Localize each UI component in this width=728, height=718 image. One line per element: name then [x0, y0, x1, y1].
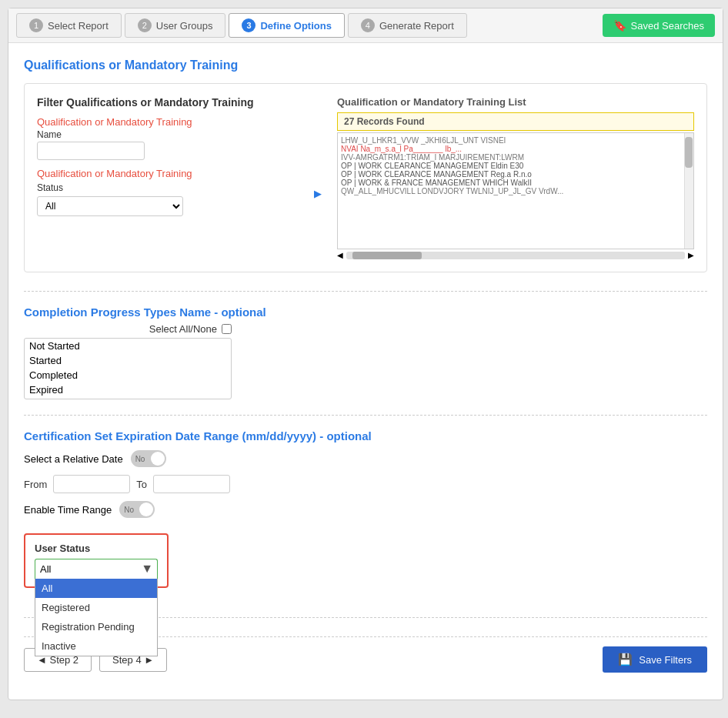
step-1-num: 1 [29, 18, 43, 32]
list-item: NVAI Na_m_s.a_l Pa_______ lb_... [341, 145, 690, 153]
completion-option-not-started: Not Started [25, 339, 231, 353]
qual-section-title: Qualifications or Mandatory Training [24, 58, 707, 72]
qual-status-label: Qualification or Mandatory Training [37, 168, 299, 179]
from-label: From [24, 479, 47, 490]
time-range-toggle[interactable]: No [119, 501, 155, 518]
cert-title: Certification Set Expiration Date Range … [24, 429, 707, 442]
step-4-tab[interactable]: 4 Generate Report [348, 13, 467, 38]
list-box-heading: Qualification or Mandatory Training List [337, 96, 694, 108]
select-all-checkbox[interactable] [222, 324, 232, 334]
filter-left-panel: Filter Qualifications or Mandatory Train… [37, 96, 299, 259]
qual-name-label2: Name [37, 129, 299, 140]
step-3-label: Define Options [260, 20, 331, 32]
save-filters-button[interactable]: 💾 Save Filters [603, 646, 707, 673]
divider-2 [24, 415, 707, 416]
right-arrow-icon2[interactable]: ▶ [688, 251, 694, 259]
step-1-label: Select Report [48, 20, 109, 32]
h-scrollbar-thumb [352, 252, 422, 259]
left-arrow-icon[interactable]: ◀ [337, 251, 343, 259]
qual-status-label2: Status [37, 182, 299, 193]
completion-multi-select[interactable]: Not Started Started Completed Expired [24, 338, 232, 399]
step-3-num: 3 [242, 18, 255, 32]
list-display-wrapper: LHW_U_LHKR1_VVW _JKHI6LJL_UNT VISNEI NVA… [337, 132, 694, 249]
time-toggle-knob [139, 503, 153, 516]
step-1-tab[interactable]: 1 Select Report [16, 13, 122, 38]
completion-title: Completion Progress Types Name - optiona… [24, 306, 707, 319]
qual-status-select[interactable]: All [37, 196, 183, 216]
qual-section-box: Filter Qualifications or Mandatory Train… [24, 83, 707, 272]
list-item: QW_ALL_MHUCVILL LONDVJORY TWLNIJ_UP_JL_G… [341, 187, 690, 195]
dropdown-item-reg-pending[interactable]: Registration Pending [35, 617, 157, 636]
step-4-num: 4 [361, 18, 375, 32]
completion-option-completed: Completed [25, 368, 231, 382]
save-icon: 💾 [618, 653, 633, 666]
user-status-section: User Status All Registered Registration … [24, 533, 169, 588]
bookmark-icon: 🔖 [613, 19, 626, 32]
list-item: OP | WORK CLEARANCE MANAGEMENT Eldin E30 [341, 162, 690, 170]
qual-name-input[interactable] [37, 142, 145, 160]
completion-section: Completion Progress Types Name - optiona… [24, 306, 707, 399]
user-status-select[interactable]: All Registered Registration Pending Inac… [35, 559, 158, 579]
completion-option-expired: Expired [25, 382, 231, 397]
to-label: To [136, 479, 147, 490]
list-item: LHW_U_LHKR1_VVW _JKHI6LJL_UNT VISNEI [341, 136, 690, 145]
saved-searches-label: Saved Searches [631, 20, 704, 32]
step-2-tab[interactable]: 2 User Groups [125, 13, 226, 38]
relative-date-toggle[interactable]: No [131, 450, 166, 467]
time-toggle-no-label: No [124, 506, 134, 514]
h-scrollbar[interactable] [346, 252, 685, 259]
time-range-label: Enable Time Range [24, 504, 112, 516]
save-filters-label: Save Filters [639, 654, 692, 666]
steps-header: 1 Select Report 2 User Groups 3 Define O… [8, 8, 723, 43]
cert-section: Certification Set Expiration Date Range … [24, 429, 707, 518]
to-date-input[interactable] [153, 475, 230, 493]
completion-option-started: Started [25, 353, 231, 368]
time-range-row: Enable Time Range No [24, 501, 707, 518]
relative-date-row: Select a Relative Date No [24, 450, 707, 467]
saved-searches-button[interactable]: 🔖 Saved Searches [603, 14, 715, 37]
user-status-label: User Status [35, 543, 158, 554]
step-4-label: Generate Report [379, 20, 454, 32]
scrollbar-thumb [685, 137, 693, 168]
records-found-badge: 27 Records Found [337, 112, 694, 131]
from-date-input[interactable] [53, 475, 130, 493]
toggle-knob [151, 452, 165, 466]
list-item: OP | WORK & FRANCE MANAGEMENT WHICH Walk… [341, 179, 690, 187]
status-dropdown: All Registered Registration Pending Inac… [35, 579, 158, 656]
arrow-col: ▶ [314, 96, 322, 259]
divider-1 [24, 291, 707, 292]
vertical-scrollbar[interactable] [684, 133, 693, 249]
filter-heading: Filter Qualifications or Mandatory Train… [37, 96, 299, 109]
list-box-container: Qualification or Mandatory Training List… [337, 96, 694, 259]
qual-name-label: Qualification or Mandatory Training [37, 116, 299, 128]
list-display[interactable]: LHW_U_LHKR1_VVW _JKHI6LJL_UNT VISNEI NVA… [338, 133, 693, 249]
status-select-wrapper: All Registered Registration Pending Inac… [35, 559, 158, 579]
select-all-row: Select All/None [24, 323, 232, 335]
dropdown-item-inactive[interactable]: Inactive [35, 636, 157, 656]
hscroll-area: ◀ ▶ [337, 251, 694, 259]
list-item: OP | WORK CLEARANCE MANAGEMENT Reg.a R.n… [341, 170, 690, 179]
step-3-tab[interactable]: 3 Define Options [229, 13, 344, 38]
step-2-label: User Groups [156, 20, 213, 32]
toggle-no-label: No [135, 455, 145, 463]
dropdown-item-registered[interactable]: Registered [35, 598, 157, 617]
relative-date-label: Select a Relative Date [24, 453, 123, 465]
right-arrow-icon: ▶ [314, 188, 322, 199]
from-to-row: From To [24, 475, 707, 493]
step-2-num: 2 [138, 18, 152, 32]
select-all-label: Select All/None [149, 323, 217, 335]
dropdown-item-all[interactable]: All [35, 579, 157, 598]
list-item: IVV-AMRGATRM1:TRIAM_I MARJUIREMENT:LWRM [341, 153, 690, 162]
